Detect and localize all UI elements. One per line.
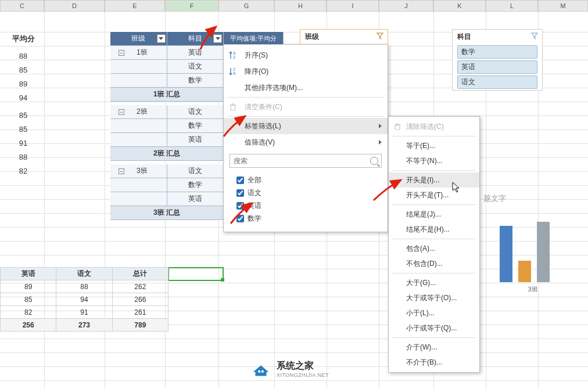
avg-value: 85 xyxy=(0,122,46,136)
submenu-item[interactable]: 不等于(N)... xyxy=(389,153,479,168)
pivot-class-cell[interactable] xyxy=(110,133,167,146)
menu-sort-desc[interactable]: ZA 降序(O) xyxy=(224,63,388,80)
slicer-item[interactable]: 英语 xyxy=(457,60,537,74)
dropdown-icon[interactable] xyxy=(157,34,166,43)
filter-check-item[interactable]: 英语 xyxy=(236,199,375,212)
submenu-label: 清除筛选(C) xyxy=(406,122,444,132)
pivot-subject-cell[interactable]: 语文 xyxy=(167,60,224,73)
summary-total-cell[interactable]: 256 xyxy=(1,319,56,332)
summary-cell[interactable]: 94 xyxy=(56,293,112,306)
summary-cell[interactable]: 262 xyxy=(112,280,168,293)
checkbox[interactable] xyxy=(236,215,244,222)
label-filter-submenu[interactable]: 清除筛选(C) 等于(E)...不等于(N)...开头是(I)...开头不是(T… xyxy=(388,116,480,373)
submenu-item[interactable]: 大于(G)... xyxy=(389,275,479,290)
summary-cell[interactable]: 85 xyxy=(1,293,56,306)
pivot-class-cell[interactable]: −2班 xyxy=(110,105,167,118)
chart-bar[interactable] xyxy=(518,261,531,282)
submenu-item[interactable]: 小于或等于(Q)... xyxy=(389,320,479,336)
filter-check-item[interactable]: 语文 xyxy=(236,186,375,199)
pivot-header-avg[interactable]: 平均值项:平均分 xyxy=(224,32,284,45)
menu-clear-condition: 清空条件(C) xyxy=(224,99,388,115)
pivot-summary-row[interactable]: 3班 汇总 xyxy=(110,206,224,219)
avg-value: 88 xyxy=(0,49,46,63)
pivot-class-cell[interactable] xyxy=(110,178,167,192)
submenu-item[interactable]: 开头是(I)... xyxy=(389,172,479,188)
search-input[interactable] xyxy=(230,154,382,168)
menu-sort-asc[interactable]: AZ 升序(S) xyxy=(224,47,388,63)
summary-cell[interactable]: 266 xyxy=(112,293,168,306)
chart-bar[interactable] xyxy=(500,226,512,282)
menu-label: 降序(O) xyxy=(245,67,268,77)
pivot-subject-cell[interactable]: 数学 xyxy=(167,74,224,87)
pivot-subject-cell[interactable]: 英语 xyxy=(167,46,224,59)
slicer-item[interactable]: 语文 xyxy=(457,75,537,89)
summary-header[interactable]: 总计 xyxy=(112,268,168,280)
submenu-item[interactable]: 不包含(D)... xyxy=(389,256,479,271)
submenu-item[interactable]: 小于(L)... xyxy=(389,305,479,320)
pivot-class-cell[interactable]: −3班 xyxy=(110,164,167,178)
slicer-title-label: 班级 xyxy=(305,33,319,41)
bar-chart[interactable]: 3班 xyxy=(489,215,576,296)
pivot-class-cell[interactable] xyxy=(110,60,167,73)
pivot-header-class[interactable]: 班级 xyxy=(110,32,167,45)
search-icon xyxy=(370,157,378,165)
summary-cell[interactable]: 91 xyxy=(56,306,112,319)
pivot-class-cell[interactable] xyxy=(110,74,167,87)
collapse-icon[interactable]: − xyxy=(119,50,124,56)
submenu-item[interactable]: 不介于(B)... xyxy=(389,355,479,370)
filter-context-menu[interactable]: AZ 升序(S) ZA 降序(O) 其他排序选项(M)... 清空条件(C) 标… xyxy=(223,44,388,232)
filter-check-item[interactable]: 全部 xyxy=(236,174,375,186)
clear-filter-icon[interactable] xyxy=(530,32,539,40)
pivot-subject-cell[interactable]: 数学 xyxy=(167,178,224,192)
menu-label-filter[interactable]: 标签筛选(L) xyxy=(224,118,388,134)
menu-value-filter[interactable]: 值筛选(V) xyxy=(224,134,388,150)
menu-label: 清空条件(C) xyxy=(245,102,282,112)
pivot-subject-cell[interactable]: 数学 xyxy=(167,119,224,132)
summary-cell[interactable]: 261 xyxy=(112,306,168,319)
summary-table[interactable]: 英语语文总计 898826285942668291261256273789 xyxy=(0,267,168,332)
menu-separator xyxy=(392,170,476,171)
pivot-summary-row[interactable]: 2班 汇总 xyxy=(110,147,224,160)
summary-cell[interactable]: 89 xyxy=(1,280,56,293)
checkbox[interactable] xyxy=(236,177,244,184)
summary-cell[interactable]: 88 xyxy=(56,280,112,293)
collapse-icon[interactable]: − xyxy=(119,168,124,174)
submenu-item[interactable]: 结尾是(J)... xyxy=(389,207,479,222)
summary-header[interactable]: 英语 xyxy=(1,268,56,280)
menu-search[interactable] xyxy=(230,154,382,168)
pivot-class-cell[interactable] xyxy=(110,192,167,206)
checkbox[interactable] xyxy=(236,202,244,210)
menu-more-sort[interactable]: 其他排序选项(M)... xyxy=(224,80,388,96)
summary-total-cell[interactable]: 789 xyxy=(112,319,168,332)
sort-asc-icon: AZ xyxy=(228,51,238,60)
submenu-item[interactable]: 等于(E)... xyxy=(389,138,479,153)
pivot-subject-cell[interactable]: 语文 xyxy=(167,105,224,118)
summary-total-cell[interactable]: 273 xyxy=(56,319,112,332)
summary-cell[interactable]: 82 xyxy=(1,306,56,319)
submenu-item[interactable]: 介于(W)... xyxy=(389,340,479,355)
collapse-icon[interactable]: − xyxy=(119,109,124,115)
pivot-summary-row[interactable]: 1班 汇总 xyxy=(110,88,224,101)
chart-bar[interactable] xyxy=(537,222,550,283)
active-cell[interactable] xyxy=(168,267,224,281)
pivot-class-cell[interactable]: −1班 xyxy=(110,46,167,59)
submenu-item[interactable]: 开头不是(T)... xyxy=(389,188,479,203)
dropdown-icon[interactable] xyxy=(213,34,222,43)
svg-rect-5 xyxy=(395,125,400,129)
pivot-subject-cell[interactable]: 英语 xyxy=(167,192,224,206)
submenu-item[interactable]: 大于或等于(O)... xyxy=(389,290,479,305)
submenu-item[interactable]: 结尾不是(H)... xyxy=(389,222,479,237)
pivot-subject-cell[interactable]: 英语 xyxy=(167,133,224,146)
pivot-class-cell[interactable] xyxy=(110,119,167,132)
filter-check-item[interactable]: 数学 xyxy=(236,212,375,225)
filter-checklist[interactable]: 全部语文英语数学 xyxy=(224,171,388,229)
submenu-item[interactable]: 包含(A)... xyxy=(389,241,479,256)
pivot-subject-cell[interactable]: 语文 xyxy=(167,164,224,178)
clear-filter-icon[interactable] xyxy=(376,32,384,40)
chart-x-label: 3班 xyxy=(489,285,576,294)
summary-header[interactable]: 语文 xyxy=(56,268,112,280)
pivot-header-subject[interactable]: 科目 xyxy=(167,32,224,45)
checkbox[interactable] xyxy=(236,189,244,197)
slicer-item[interactable]: 数学 xyxy=(457,45,537,59)
slicer-subject[interactable]: 科目 数学英语语文 xyxy=(452,29,543,91)
